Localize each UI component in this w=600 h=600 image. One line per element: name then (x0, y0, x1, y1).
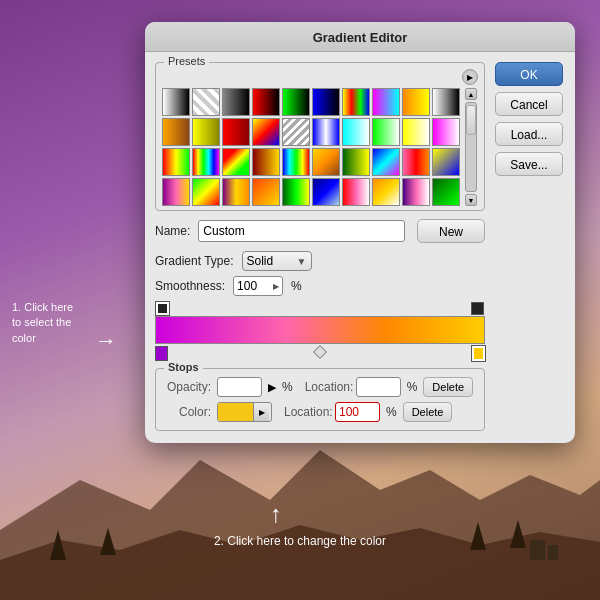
gradient-type-label: Gradient Type: (155, 254, 234, 268)
dialog-left-panel: Presets ▶ (155, 62, 485, 431)
color-delete-button[interactable]: Delete (403, 402, 453, 422)
preset-item[interactable] (282, 118, 310, 146)
dialog-body: Presets ▶ (145, 52, 575, 431)
opacity-location-label: Location: (305, 380, 350, 394)
gradient-editor-dialog: Gradient Editor Presets ▶ (145, 22, 575, 443)
opacity-arrow-icon[interactable]: ▶ (268, 381, 276, 394)
color-swatch-control[interactable]: ▶ (217, 402, 272, 422)
svg-rect-6 (530, 540, 545, 560)
preset-item[interactable] (402, 118, 430, 146)
gradient-midpoint-diamond[interactable] (313, 345, 327, 359)
preset-item[interactable] (252, 148, 280, 176)
smoothness-arrow[interactable]: ▶ (273, 282, 279, 291)
save-button[interactable]: Save... (495, 152, 563, 176)
color-stop-label: Color: (166, 405, 211, 419)
scroll-up-button[interactable]: ▲ (465, 88, 477, 100)
preset-item[interactable] (342, 118, 370, 146)
preset-item[interactable] (192, 88, 220, 116)
preset-item[interactable] (402, 88, 430, 116)
smoothness-control[interactable]: 100 ▶ (233, 276, 283, 296)
preset-item[interactable] (432, 178, 460, 206)
preset-item[interactable] (342, 178, 370, 206)
color-stop-left[interactable] (155, 346, 168, 361)
annotation-bottom: 2. Click here to change the color (214, 534, 386, 548)
dialog-title: Gradient Editor (313, 30, 408, 45)
opacity-location-input[interactable] (356, 377, 401, 397)
preset-item[interactable] (252, 118, 280, 146)
presets-grid-wrapper: ▲ ▼ (162, 88, 478, 206)
top-stop-right[interactable] (471, 302, 484, 315)
smoothness-label: Smoothness: (155, 279, 225, 293)
preset-item[interactable] (222, 148, 250, 176)
preset-item[interactable] (372, 118, 400, 146)
preset-item[interactable] (222, 178, 250, 206)
scroll-track[interactable] (465, 102, 477, 192)
preset-item[interactable] (372, 88, 400, 116)
cancel-button[interactable]: Cancel (495, 92, 563, 116)
preset-item[interactable] (312, 148, 340, 176)
preset-item[interactable] (162, 178, 190, 206)
preset-item[interactable] (432, 148, 460, 176)
preset-item[interactable] (432, 88, 460, 116)
color-location-input[interactable] (335, 402, 380, 422)
preset-item[interactable] (372, 178, 400, 206)
preset-item[interactable] (342, 148, 370, 176)
top-stop-indicators (155, 302, 485, 315)
preset-item[interactable] (252, 88, 280, 116)
color-swatch-arrow-icon[interactable]: ▶ (253, 403, 269, 421)
preset-item[interactable] (162, 88, 190, 116)
preset-item[interactable] (312, 118, 340, 146)
stops-group: Stops Opacity: ▶ % Location: % Delete Co… (155, 368, 485, 431)
preset-item[interactable] (342, 88, 370, 116)
presets-label: Presets (164, 55, 209, 67)
gradient-bar[interactable] (155, 316, 485, 344)
gradient-type-select[interactable]: Solid ▼ (242, 251, 312, 271)
opacity-percent-unit: % (282, 380, 293, 394)
smoothness-value: 100 (237, 279, 273, 293)
ok-button[interactable]: OK (495, 62, 563, 86)
opacity-stop-label: Opacity: (166, 380, 211, 394)
stops-label: Stops (164, 361, 203, 373)
opacity-stop-input[interactable] (217, 377, 262, 397)
preset-item[interactable] (282, 178, 310, 206)
color-swatch[interactable] (218, 403, 253, 421)
gradient-type-arrow: ▼ (297, 256, 307, 267)
preset-item[interactable] (222, 118, 250, 146)
presets-menu-button[interactable]: ▶ (462, 69, 478, 85)
name-input[interactable] (198, 220, 405, 242)
preset-item[interactable] (192, 178, 220, 206)
presets-grid (162, 88, 460, 206)
presets-scrollbar: ▲ ▼ (464, 88, 478, 206)
preset-item[interactable] (432, 118, 460, 146)
preset-item[interactable] (402, 178, 430, 206)
color-stop-row: Color: ▶ Location: % Delete (166, 402, 474, 422)
load-button[interactable]: Load... (495, 122, 563, 146)
preset-item[interactable] (282, 88, 310, 116)
preset-item[interactable] (252, 178, 280, 206)
preset-item[interactable] (312, 88, 340, 116)
preset-item[interactable] (192, 118, 220, 146)
new-button[interactable]: New (417, 219, 485, 243)
preset-item[interactable] (402, 148, 430, 176)
annotation-left-text: 1. Click here to select the color (12, 301, 73, 344)
scroll-thumb[interactable] (466, 105, 476, 135)
preset-item[interactable] (282, 148, 310, 176)
color-location-percent: % (386, 405, 397, 419)
opacity-delete-button[interactable]: Delete (423, 377, 473, 397)
scroll-down-button[interactable]: ▼ (465, 194, 477, 206)
preset-item[interactable] (192, 148, 220, 176)
annotation-left-arrow: → (95, 328, 117, 354)
opacity-stop-row: Opacity: ▶ % Location: % Delete (166, 377, 474, 397)
presets-header: ▶ (162, 69, 478, 85)
preset-item[interactable] (162, 118, 190, 146)
preset-item[interactable] (372, 148, 400, 176)
dialog-title-bar: Gradient Editor (145, 22, 575, 52)
top-stop-left[interactable] (156, 302, 169, 315)
color-stop-right[interactable] (472, 346, 485, 361)
preset-item[interactable] (222, 88, 250, 116)
bottom-indicators (155, 346, 485, 362)
preset-item[interactable] (312, 178, 340, 206)
smoothness-unit: % (291, 279, 302, 293)
gradient-bar-section (155, 302, 485, 362)
preset-item[interactable] (162, 148, 190, 176)
